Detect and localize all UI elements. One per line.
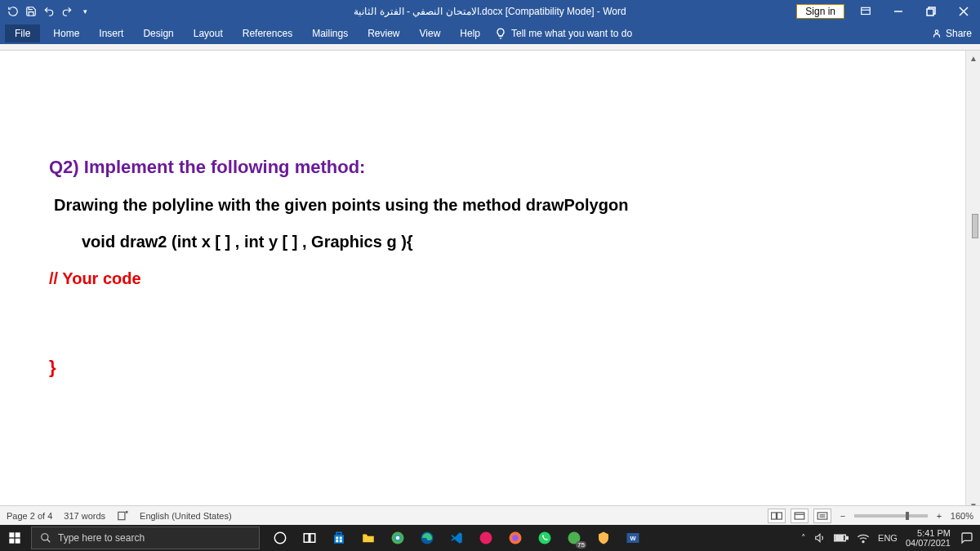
chrome-icon[interactable] xyxy=(389,529,407,547)
maximize-icon[interactable] xyxy=(915,0,947,23)
ribbon-tabs: File Home Insert Design Layout Reference… xyxy=(0,23,980,44)
svg-point-36 xyxy=(480,532,492,544)
title-bar-right: Sign in xyxy=(796,0,980,23)
undo-icon[interactable] xyxy=(42,5,56,18)
file-explorer-icon[interactable] xyxy=(359,529,377,547)
document-page[interactable]: Q2) Implement the following method: Draw… xyxy=(49,157,784,396)
tab-file[interactable]: File xyxy=(5,24,40,42)
battery-icon[interactable] xyxy=(834,533,849,543)
cortana-icon[interactable] xyxy=(271,529,289,547)
tab-help[interactable]: Help xyxy=(450,24,490,42)
taskbar-apps: 75 W xyxy=(271,529,642,547)
notifications-icon[interactable] xyxy=(959,530,975,546)
taskbar-search-placeholder: Type here to search xyxy=(58,532,145,544)
vscode-icon[interactable] xyxy=(448,529,466,547)
autosave-icon[interactable] xyxy=(7,5,20,18)
scroll-up-icon[interactable]: ▲ xyxy=(966,51,980,65)
task-view-icon[interactable] xyxy=(301,529,318,547)
svg-rect-20 xyxy=(16,539,20,544)
ribbon-collapsed-strip xyxy=(0,44,980,51)
tab-insert[interactable]: Insert xyxy=(89,24,133,42)
edge-icon[interactable] xyxy=(418,529,436,547)
title-bar: ▾ الامتحان النصفي - الفترة الثانية.docx … xyxy=(0,0,980,23)
svg-rect-27 xyxy=(336,532,341,535)
volume-icon[interactable] xyxy=(814,532,826,544)
share-button[interactable]: Share xyxy=(931,28,972,39)
windows-icon xyxy=(8,531,21,544)
svg-point-21 xyxy=(42,534,48,540)
tab-mailings[interactable]: Mailings xyxy=(302,24,358,42)
microsoft-store-icon[interactable] xyxy=(330,529,348,547)
svg-rect-7 xyxy=(118,512,125,519)
tab-review[interactable]: Review xyxy=(358,24,409,42)
svg-rect-14 xyxy=(817,512,827,518)
status-right: − + 160% xyxy=(768,509,973,523)
web-layout-icon[interactable] xyxy=(813,509,831,523)
q2-heading: Q2) Implement the following method: xyxy=(49,157,784,178)
document-area[interactable]: Q2) Implement the following method: Draw… xyxy=(0,51,980,513)
vertical-scrollbar[interactable]: ▲ ▼ xyxy=(965,51,980,513)
print-layout-icon[interactable] xyxy=(791,509,808,523)
taskbar-search[interactable]: Type here to search xyxy=(31,527,260,549)
language-indicator[interactable]: ENG xyxy=(878,533,898,543)
ribbon-display-options-icon[interactable] xyxy=(849,0,882,23)
status-language[interactable]: English (United States) xyxy=(140,511,232,521)
redo-icon[interactable] xyxy=(60,5,74,18)
zoom-out-button[interactable]: − xyxy=(836,511,849,521)
zoom-slider[interactable] xyxy=(854,514,928,518)
svg-line-22 xyxy=(47,540,51,543)
tray-time: 5:41 PM xyxy=(906,528,951,538)
firefox-icon[interactable] xyxy=(506,529,524,547)
blank-line xyxy=(49,306,784,339)
zoom-in-button[interactable]: + xyxy=(933,511,946,521)
wifi-icon[interactable] xyxy=(857,532,870,544)
svg-rect-24 xyxy=(304,534,309,543)
whatsapp-icon[interactable] xyxy=(536,529,554,547)
tray-date: 04/07/2021 xyxy=(906,538,951,548)
svg-marker-43 xyxy=(816,534,820,541)
close-icon[interactable] xyxy=(947,0,980,23)
status-page[interactable]: Page 2 of 4 xyxy=(7,511,52,521)
read-mode-icon[interactable] xyxy=(768,509,786,523)
tray-chevron-icon[interactable]: ˄ xyxy=(801,533,806,544)
tray-clock[interactable]: 5:41 PM 04/07/2021 xyxy=(906,528,951,548)
status-word-count[interactable]: 317 words xyxy=(64,511,105,521)
sign-in-button[interactable]: Sign in xyxy=(796,4,844,19)
status-bar: Page 2 of 4 317 words English (United St… xyxy=(0,505,980,525)
tab-references[interactable]: References xyxy=(233,24,302,42)
battery-app-icon[interactable]: 75 xyxy=(565,529,583,547)
svg-rect-11 xyxy=(777,512,782,518)
svg-point-38 xyxy=(512,535,519,541)
minimize-icon[interactable] xyxy=(882,0,915,23)
svg-rect-10 xyxy=(771,512,776,518)
word-icon[interactable]: W xyxy=(624,529,642,547)
zoom-level[interactable]: 160% xyxy=(951,511,973,521)
svg-rect-3 xyxy=(927,9,933,16)
tab-layout[interactable]: Layout xyxy=(184,24,233,42)
svg-rect-17 xyxy=(9,532,14,537)
system-tray: ˄ ENG 5:41 PM 04/07/2021 xyxy=(801,528,980,548)
scroll-split-handle[interactable] xyxy=(972,214,978,238)
svg-rect-26 xyxy=(334,535,344,544)
save-icon[interactable] xyxy=(24,5,38,18)
security-icon[interactable] xyxy=(595,529,612,547)
tab-view[interactable]: View xyxy=(410,24,451,42)
svg-point-6 xyxy=(935,30,938,33)
tab-design[interactable]: Design xyxy=(133,24,183,42)
svg-rect-19 xyxy=(9,539,14,544)
tell-me-search[interactable]: Tell me what you want to do xyxy=(495,28,632,39)
svg-rect-18 xyxy=(16,532,20,537)
svg-rect-0 xyxy=(862,7,871,14)
qat-customize-icon[interactable]: ▾ xyxy=(78,5,91,18)
svg-rect-45 xyxy=(846,537,848,540)
lightbulb-icon xyxy=(495,28,506,39)
start-button[interactable] xyxy=(0,525,29,551)
svg-point-34 xyxy=(396,536,400,540)
svg-rect-46 xyxy=(835,536,843,540)
windows-taskbar: Type here to search 75 W ˄ ENG 5:41 PM 0… xyxy=(0,525,980,551)
spellcheck-icon[interactable] xyxy=(117,510,128,522)
close-brace: } xyxy=(49,357,784,378)
app-pink-icon[interactable] xyxy=(477,529,495,547)
tab-home[interactable]: Home xyxy=(43,24,89,42)
svg-rect-29 xyxy=(340,537,342,540)
